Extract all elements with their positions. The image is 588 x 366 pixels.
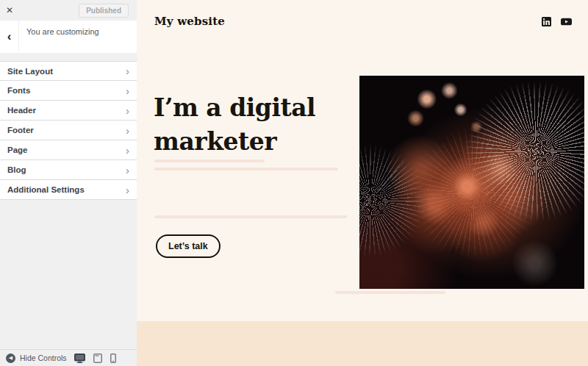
menu-item-site-layout[interactable]: Site Layout › <box>0 61 137 81</box>
menu-item-footer[interactable]: Footer › <box>0 121 137 140</box>
social-links <box>542 16 572 29</box>
customizer-topbar: ✕ Published <box>0 0 137 21</box>
menu-item-page[interactable]: Page › <box>0 140 137 160</box>
menu-item-label: Page <box>7 146 28 154</box>
placeholder-text-line <box>154 168 338 171</box>
menu-item-header[interactable]: Header › <box>0 101 137 121</box>
youtube-icon[interactable] <box>561 16 572 29</box>
site-title[interactable]: My website <box>154 15 225 28</box>
placeholder-text-line <box>154 159 265 162</box>
collapse-sidebar-icon[interactable]: ◀ <box>6 354 15 363</box>
menu-item-fonts[interactable]: Fonts › <box>0 81 137 101</box>
mobile-preview-icon[interactable] <box>110 354 116 363</box>
tablet-preview-icon[interactable] <box>93 354 102 363</box>
device-preview-switcher <box>74 354 116 363</box>
customizer-sidebar: ✕ Published ‹ You are customizing Site L… <box>0 0 137 366</box>
customizer-footer-bar: ◀ Hide Controls <box>0 349 137 366</box>
customizing-label: You are customizing <box>19 21 99 53</box>
menu-item-label: Footer <box>7 126 34 134</box>
chevron-right-icon: › <box>126 184 129 195</box>
site-preview-frame: My website I’m a digital marketer <box>137 0 588 366</box>
menu-item-label: Blog <box>7 165 26 174</box>
published-button[interactable]: Published <box>79 4 129 18</box>
firework-burst-orange <box>404 123 543 263</box>
linkedin-icon[interactable] <box>542 16 551 29</box>
customizer-menu: Site Layout › Fonts › Header › Footer › … <box>0 61 137 200</box>
close-icon: ✕ <box>6 5 13 15</box>
hero-heading: I’m a digital marketer <box>154 91 334 158</box>
menu-item-label: Additional Settings <box>7 185 85 194</box>
chevron-right-icon: › <box>126 145 129 156</box>
chevron-left-icon: ‹ <box>7 29 12 44</box>
chevron-right-icon: › <box>126 105 129 116</box>
menu-item-blog[interactable]: Blog › <box>0 160 137 180</box>
back-button[interactable]: ‹ <box>0 21 19 53</box>
menu-item-label: Fonts <box>7 86 30 95</box>
desktop-preview-icon[interactable] <box>74 354 85 363</box>
customizer-panel-header: ‹ You are customizing <box>0 21 137 53</box>
menu-item-additional-settings[interactable]: Additional Settings › <box>0 180 137 200</box>
chevron-right-icon: › <box>126 85 129 96</box>
hide-controls-button[interactable]: Hide Controls <box>20 354 67 362</box>
chevron-right-icon: › <box>126 125 129 136</box>
placeholder-text-line <box>154 215 347 218</box>
lets-talk-button[interactable]: Let’s talk <box>156 234 220 258</box>
customizer-app: ✕ Published ‹ You are customizing Site L… <box>0 0 588 366</box>
chevron-right-icon: › <box>126 65 129 76</box>
close-customizer-button[interactable]: ✕ <box>0 0 19 21</box>
chevron-right-icon: › <box>126 165 129 176</box>
fireworks-photo <box>359 76 584 289</box>
menu-item-label: Site Layout <box>7 67 53 76</box>
menu-item-label: Header <box>7 106 36 115</box>
footer-band <box>137 321 588 366</box>
placeholder-caption-line <box>335 291 445 294</box>
